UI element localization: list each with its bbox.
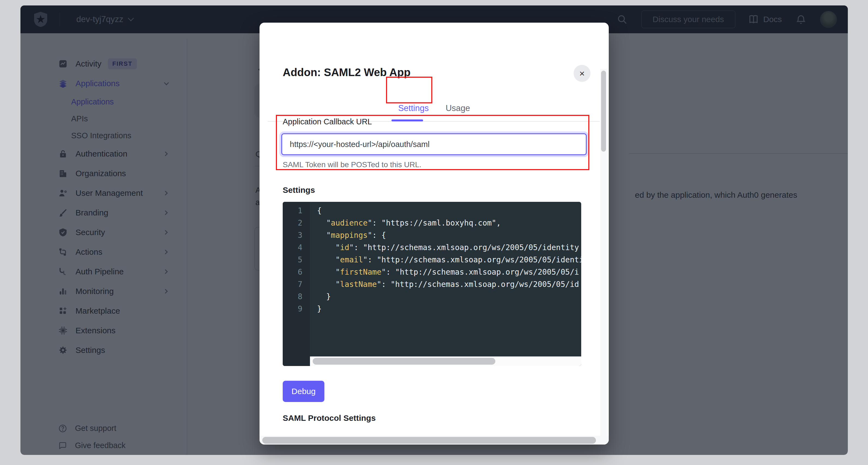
editor-horizontal-scrollbar-thumb[interactable] <box>313 358 495 365</box>
callback-url-label: Application Callback URL <box>283 117 372 126</box>
code-line-text: "id": "http://schemas.xmlsoap.org/ws/200… <box>317 241 581 254</box>
tab-usage[interactable]: Usage <box>446 98 470 121</box>
line-number: 9 <box>283 303 302 315</box>
callback-url-input[interactable] <box>281 134 587 155</box>
code-line: 2 "audience": "https://saml.boxyhq.com", <box>283 217 581 229</box>
line-number: 2 <box>283 217 302 229</box>
close-icon[interactable]: × <box>574 65 590 82</box>
code-line: 5 "email": "http://schemas.xmlsoap.org/w… <box>283 254 581 266</box>
line-number: 7 <box>283 278 302 290</box>
settings-json-editor[interactable]: 1{2 "audience": "https://saml.boxyhq.com… <box>283 202 581 366</box>
line-number: 3 <box>283 229 302 241</box>
modal-title: Addon: SAML2 Web App <box>283 66 410 79</box>
code-line: 7 "lastName": "http://schemas.xmlsoap.or… <box>283 278 581 290</box>
modal-vertical-scrollbar-thumb[interactable] <box>601 70 606 152</box>
code-line: 9} <box>283 303 581 315</box>
line-number: 6 <box>283 266 302 278</box>
line-number: 5 <box>283 254 302 266</box>
code-line-text: "email": "http://schemas.xmlsoap.org/ws/… <box>317 254 581 266</box>
debug-button[interactable]: Debug <box>283 381 324 402</box>
line-number: 1 <box>283 205 302 217</box>
line-number: 4 <box>283 241 302 254</box>
code-line: 1{ <box>283 205 581 217</box>
code-line-text: "firstName": "http://schemas.xmlsoap.org… <box>317 266 581 278</box>
code-line-text: } <box>317 290 581 303</box>
code-line: 4 "id": "http://schemas.xmlsoap.org/ws/2… <box>283 241 581 254</box>
settings-section-label: Settings <box>283 185 315 195</box>
code-line-text: } <box>317 303 581 315</box>
saml-protocol-settings-heading: SAML Protocol Settings <box>283 413 376 423</box>
callback-url-helper-text: SAML Token will be POSTed to this URL. <box>283 161 422 169</box>
active-tab-underline <box>392 119 423 121</box>
code-line-text: { <box>317 205 581 217</box>
code-line: 6 "firstName": "http://schemas.xmlsoap.o… <box>283 266 581 278</box>
tab-settings[interactable]: Settings <box>398 98 429 121</box>
code-line-text: "lastName": "http://schemas.xmlsoap.org/… <box>317 278 581 290</box>
modal-horizontal-scrollbar-thumb[interactable] <box>262 437 596 444</box>
code-line: 3 "mappings": { <box>283 229 581 241</box>
code-line: 8 } <box>283 290 581 303</box>
code-line-text: "audience": "https://saml.boxyhq.com", <box>317 217 581 229</box>
addon-saml2-modal: Addon: SAML2 Web App × Settings Usage Ap… <box>259 23 609 444</box>
code-line-text: "mappings": { <box>317 229 581 241</box>
line-number: 8 <box>283 290 302 303</box>
